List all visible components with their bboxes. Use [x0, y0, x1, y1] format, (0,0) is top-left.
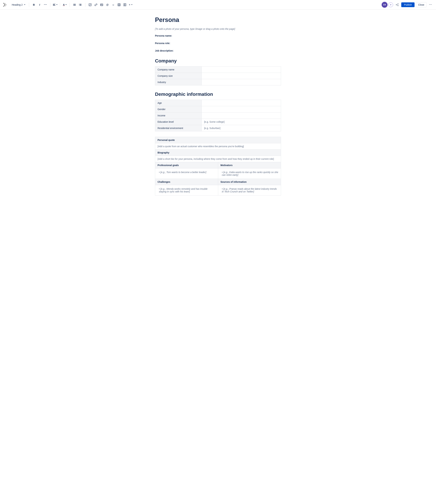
table-button[interactable]: [116, 2, 122, 8]
age-label: Age: [155, 100, 202, 106]
add-user-button[interactable]: +: [388, 2, 393, 7]
svg-rect-1: [53, 5, 55, 5]
residential-value[interactable]: [e.g. Suburban]: [202, 125, 281, 131]
more-format-button[interactable]: ···: [43, 2, 48, 8]
challenges-label: Challenges: [155, 179, 218, 185]
divider-2: [50, 3, 50, 7]
toolbar: Heading 2 B I ··· A: [0, 0, 436, 9]
income-value[interactable]: [202, 112, 281, 119]
close-button[interactable]: Close: [416, 2, 427, 7]
personal-quote-label: Personal quote: [155, 137, 281, 143]
education-value[interactable]: [e.g. Some college]: [202, 119, 281, 125]
svg-text:3.: 3.: [79, 5, 80, 6]
overflow-menu-button[interactable]: ···: [428, 2, 433, 8]
table-row: Biography: [155, 150, 281, 156]
ordered-list-button[interactable]: 1. 2. 3.: [78, 2, 83, 8]
publish-button[interactable]: Publish: [401, 2, 415, 7]
challenges-item: [e.g., Wendy works remotely and has trou…: [158, 188, 216, 193]
user-avatar[interactable]: CK: [381, 2, 388, 8]
persona-name-label: Persona name:: [155, 34, 281, 37]
personal-quote-value[interactable]: [Add a quote from an actual customer who…: [155, 143, 281, 150]
bullet-list-button[interactable]: [72, 2, 77, 8]
gender-value[interactable]: [202, 106, 281, 112]
svg-rect-2: [53, 5, 55, 6]
industry-value[interactable]: [202, 79, 281, 85]
motivators-value[interactable]: [e.g., Katia wants to rise up the ranks …: [218, 169, 281, 179]
svg-point-26: [396, 4, 397, 5]
alignment-button[interactable]: [52, 2, 58, 8]
more-insert-button[interactable]: +: [128, 2, 133, 8]
professional-goals-value[interactable]: [e.g., Tom wants to become a better lead…: [155, 169, 218, 179]
svg-rect-4: [74, 4, 76, 4]
share-icon: [396, 3, 399, 6]
svg-rect-8: [74, 5, 76, 6]
align-chevron-icon: [56, 4, 57, 5]
svg-rect-23: [124, 4, 125, 6]
chevron-down-icon: [24, 4, 25, 5]
svg-rect-10: [80, 4, 81, 4]
biography-value[interactable]: [Add a short bio for your persona, inclu…: [155, 156, 281, 162]
bold-button[interactable]: B: [31, 2, 37, 8]
color-chevron-icon: [65, 4, 67, 5]
text-color-button[interactable]: A: [62, 2, 68, 8]
education-label: Education level: [155, 119, 202, 125]
sources-label: Sources of information: [218, 179, 281, 185]
motivators-item: [e.g., Katia wants to rise up the ranks …: [221, 171, 279, 176]
company-name-value[interactable]: [202, 67, 281, 73]
page-title[interactable]: Persona: [155, 16, 281, 24]
age-value[interactable]: [202, 100, 281, 106]
alignment-group: [52, 2, 58, 8]
challenges-value[interactable]: [e.g., Wendy works remotely and has trou…: [155, 185, 218, 196]
svg-rect-24: [125, 4, 126, 6]
app-logo[interactable]: [3, 2, 8, 7]
table-row: Education level [e.g. Some college]: [155, 119, 281, 125]
heading-level-dropdown[interactable]: Heading 2: [10, 2, 27, 7]
svg-point-25: [398, 4, 398, 4]
company-size-value[interactable]: [202, 73, 281, 79]
company-size-label: Company size: [155, 73, 202, 79]
demographic-table: Age Gender Income Education level [e.g. …: [155, 100, 281, 131]
svg-point-3: [73, 4, 74, 4]
table-row: [e.g., Tom wants to become a better lead…: [155, 169, 281, 179]
columns-button[interactable]: [122, 2, 128, 8]
image-button[interactable]: [99, 2, 104, 8]
task-icon: [89, 3, 92, 6]
table-icon: [118, 3, 121, 6]
mention-button[interactable]: @: [105, 2, 110, 8]
italic-button[interactable]: I: [37, 2, 42, 8]
svg-rect-15: [89, 4, 91, 6]
columns-icon: [123, 3, 126, 6]
photo-placeholder-text: [To add a photo of your persona, type /i…: [155, 27, 281, 30]
company-section-heading: Company: [155, 58, 281, 64]
text-color-icon: A: [63, 3, 65, 6]
table-row: Company name: [155, 67, 281, 73]
sources-value[interactable]: [e.g., Pranav reads about the latest ind…: [218, 185, 281, 196]
job-description-label: Job description:: [155, 49, 281, 52]
company-name-label: Company name: [155, 67, 202, 73]
task-button[interactable]: [87, 2, 93, 8]
share-button[interactable]: [394, 2, 400, 8]
table-row: Company size: [155, 73, 281, 79]
svg-rect-0: [53, 4, 55, 4]
gender-label: Gender: [155, 106, 202, 112]
plus-icon: +: [129, 3, 130, 6]
emoji-button[interactable]: ☺: [111, 2, 116, 8]
color-group: A: [62, 2, 68, 8]
table-row: [Add a quote from an actual customer who…: [155, 143, 281, 150]
table-row: Income: [155, 112, 281, 119]
svg-line-28: [397, 4, 398, 5]
svg-point-7: [73, 5, 74, 6]
more-format-icon: ···: [44, 3, 47, 7]
company-table: Company name Company size Industry: [155, 66, 281, 85]
table-row: Industry: [155, 79, 281, 85]
align-icon: [53, 3, 56, 6]
avatar-group: CK +: [381, 2, 393, 8]
link-icon: [94, 3, 97, 6]
table-row: Challenges Sources of information: [155, 179, 281, 185]
svg-rect-6: [74, 5, 76, 5]
table-row: Residential environment [e.g. Suburban]: [155, 125, 281, 131]
svg-rect-18: [118, 4, 120, 6]
link-button[interactable]: [93, 2, 99, 8]
avatar-initials: CK: [383, 4, 386, 6]
table-row: Gender: [155, 106, 281, 112]
